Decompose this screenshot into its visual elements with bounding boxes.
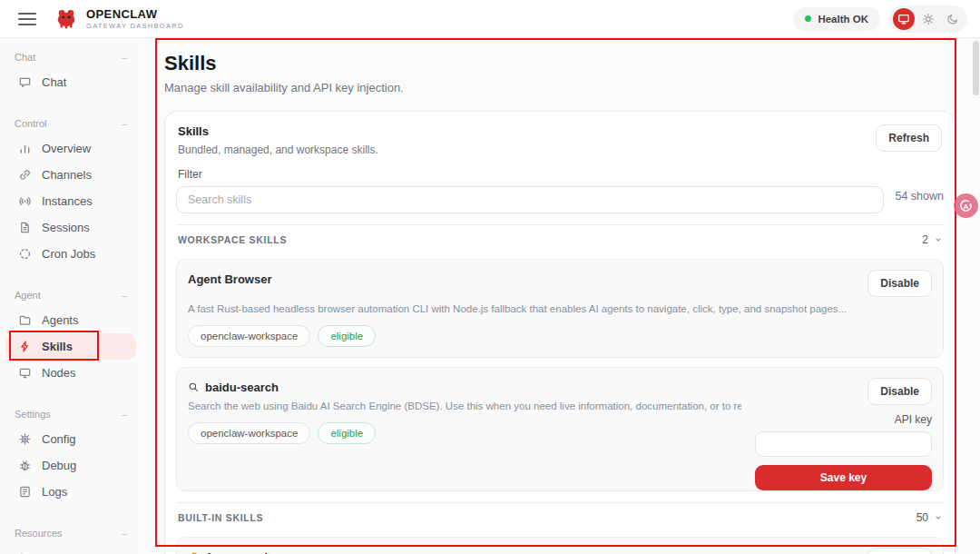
sidebar-item-label: Skills xyxy=(42,340,73,353)
api-key-label: API key xyxy=(895,413,932,426)
search-input[interactable] xyxy=(176,186,884,213)
skill-name: 1password xyxy=(206,550,268,554)
sidebar-item-label: Instances xyxy=(42,194,93,208)
monitor-icon xyxy=(18,366,32,380)
sidebar-item-label: Config xyxy=(42,432,76,446)
brand[interactable]: OPENCLAW GATEWAY DASHBOARD xyxy=(54,7,184,31)
gear-icon xyxy=(18,432,32,446)
theme-light-sun-icon[interactable] xyxy=(917,8,939,30)
theme-dark-moon-icon[interactable] xyxy=(942,8,964,30)
refresh-button[interactable]: Refresh xyxy=(876,124,942,152)
sidebar-item-docs[interactable]: Docs xyxy=(5,545,136,554)
sidebar-item-config[interactable]: Config xyxy=(5,426,136,452)
openclaw-logo-icon xyxy=(54,7,78,31)
skill-card-1password: 1password Disable Set up and use 1Passwo… xyxy=(176,537,944,554)
skill-description: Search the web using Baidu AI Search Eng… xyxy=(188,401,741,411)
group-count-value: 2 xyxy=(922,233,928,246)
logs-icon xyxy=(18,485,32,499)
theme-system-monitor-icon[interactable] xyxy=(893,8,915,30)
sidebar-item-label: Sessions xyxy=(42,221,90,234)
tag-eligible: eligible xyxy=(318,422,376,444)
brand-subtitle: GATEWAY DASHBOARD xyxy=(86,23,184,30)
filter-label: Filter xyxy=(178,168,942,181)
tag-eligible: eligible xyxy=(318,325,376,347)
collapse-minus-icon[interactable]: – xyxy=(122,528,127,539)
bug-icon xyxy=(18,459,32,472)
lock-icon xyxy=(188,551,201,554)
translate-extension-badge[interactable]: A xyxy=(954,193,978,218)
group-count[interactable]: 50 xyxy=(916,511,942,524)
collapse-minus-icon[interactable]: – xyxy=(122,118,127,129)
sidebar-section-chat: Chat – Chat xyxy=(0,49,142,95)
sidebar-item-debug[interactable]: Debug xyxy=(5,452,136,479)
page-title: Skills xyxy=(164,51,980,76)
folder-icon xyxy=(18,313,32,327)
sidebar-item-label: Chat xyxy=(42,75,66,89)
skill-name: baidu-search xyxy=(205,381,279,394)
sidebar-section-header-resources[interactable]: Resources – xyxy=(0,525,142,541)
shown-count: 54 shown xyxy=(895,190,944,203)
sidebar-item-label: Logs xyxy=(42,485,67,499)
disable-button[interactable]: Disable xyxy=(867,548,932,554)
sidebar-item-label: Overview xyxy=(42,142,91,155)
translate-icon: A xyxy=(958,198,974,213)
sidebar-section-header-agent[interactable]: Agent – xyxy=(0,287,142,303)
sidebar-item-channels[interactable]: Channels xyxy=(5,162,136,188)
collapse-minus-icon[interactable]: – xyxy=(122,52,127,63)
sidebar-item-label: Cron Jobs xyxy=(42,247,95,261)
sidebar-item-sessions[interactable]: Sessions xyxy=(5,214,136,241)
disable-button[interactable]: Disable xyxy=(867,378,932,405)
sidebar-item-chat[interactable]: Chat xyxy=(5,69,136,95)
group-label: BUILT-IN SKILLS xyxy=(178,512,263,523)
collapse-minus-icon[interactable]: – xyxy=(122,409,127,420)
sidebar-item-skills[interactable]: Skills xyxy=(5,333,136,360)
vertical-scrollbar-thumb[interactable] xyxy=(973,41,979,95)
sidebar-item-agents[interactable]: Agents xyxy=(5,307,136,333)
group-workspace-skills: WORKSPACE SKILLS 2 Agent Browser Disable… xyxy=(176,224,944,491)
sidebar-section-header-chat[interactable]: Chat – xyxy=(0,49,142,65)
theme-switcher xyxy=(889,5,967,33)
sidebar-item-label: Nodes xyxy=(42,366,76,380)
disable-button[interactable]: Disable xyxy=(867,270,932,297)
sidebar-item-nodes[interactable]: Nodes xyxy=(5,360,136,386)
save-key-button[interactable]: Save key xyxy=(755,465,932,490)
api-key-input[interactable] xyxy=(755,431,932,457)
sidebar-section-header-settings[interactable]: Settings – xyxy=(0,406,142,422)
file-icon xyxy=(18,221,32,234)
chat-bubble-icon xyxy=(18,75,32,89)
sidebar-item-label: Agents xyxy=(42,313,78,327)
search-icon xyxy=(188,381,200,393)
section-label: Agent xyxy=(15,290,41,301)
collapse-minus-icon[interactable]: – xyxy=(122,290,127,301)
main-content: Skills Manage skill availability and API… xyxy=(142,38,980,554)
loader-icon xyxy=(18,247,32,261)
sidebar-item-label: Debug xyxy=(42,459,76,472)
health-status-badge: Health OK xyxy=(793,7,880,31)
group-built-in-skills: BUILT-IN SKILLS 50 xyxy=(176,502,944,554)
brand-title: OPENCLAW xyxy=(86,8,184,20)
skill-card-baidu-search: baidu-search Search the web using Baidu … xyxy=(176,367,944,491)
sidebar-section-settings: Settings – Config xyxy=(0,406,142,505)
section-label: Resources xyxy=(15,528,63,539)
chevron-down-icon[interactable] xyxy=(935,236,942,243)
health-label: Health OK xyxy=(818,14,868,25)
sidebar-section-header-control[interactable]: Control – xyxy=(0,115,142,132)
section-label: Control xyxy=(15,118,46,129)
panel-description: Bundled, managed, and workspace skills. xyxy=(178,143,378,156)
sidebar-item-logs[interactable]: Logs xyxy=(5,479,136,505)
chevron-down-icon[interactable] xyxy=(935,514,942,521)
skill-name: Agent Browser xyxy=(188,272,271,286)
lightning-icon xyxy=(18,340,32,353)
sidebar-item-cron-jobs[interactable]: Cron Jobs xyxy=(5,241,136,267)
sidebar-item-overview[interactable]: Overview xyxy=(5,135,136,162)
health-dot-icon xyxy=(805,15,811,22)
skills-panel: Skills Bundled, managed, and workspace s… xyxy=(164,111,956,554)
sidebar-section-agent: Agent – Agents Skills xyxy=(0,287,142,386)
group-count[interactable]: 2 xyxy=(922,233,942,246)
tag-openclaw-workspace: openclaw-workspace xyxy=(188,422,310,444)
hamburger-menu-icon[interactable] xyxy=(18,9,36,29)
sidebar: Chat – Chat Control – xyxy=(0,38,142,554)
group-label: WORKSPACE SKILLS xyxy=(178,234,287,245)
sidebar-item-label: Channels xyxy=(42,168,92,182)
sidebar-item-instances[interactable]: Instances xyxy=(5,188,136,214)
